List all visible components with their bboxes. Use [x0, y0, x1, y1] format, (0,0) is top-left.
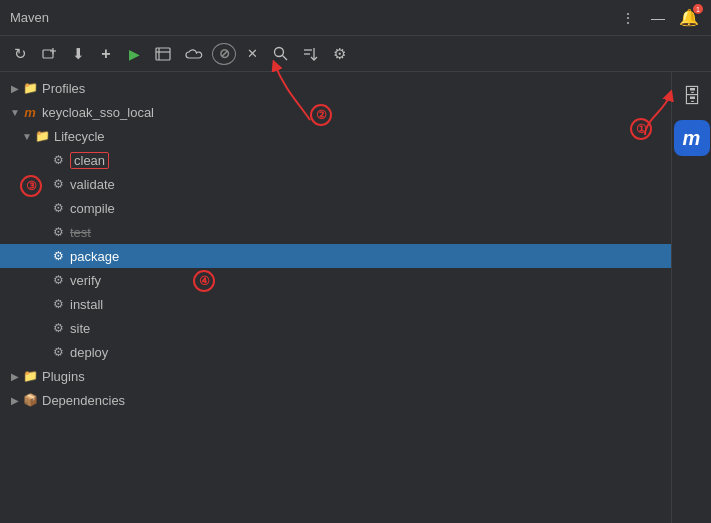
download-button[interactable]: ⬇: [66, 42, 90, 66]
svg-point-6: [275, 48, 284, 57]
folder-icon-profiles: 📁: [22, 80, 38, 96]
maven-badge[interactable]: m: [674, 120, 710, 156]
gear-icon-validate: ⚙: [50, 176, 66, 192]
close-button[interactable]: ✕: [240, 42, 264, 66]
right-sidebar: 🗄 m: [671, 72, 711, 523]
title-bar-left: Maven: [10, 10, 49, 25]
toolbar: ↻ ⬇ + ▶: [0, 36, 711, 72]
svg-rect-3: [156, 48, 170, 60]
label-keycloak: keycloak_sso_local: [42, 105, 154, 120]
tree-item-deploy[interactable]: ⚙ deploy: [0, 340, 671, 364]
settings-button[interactable]: ⚙: [327, 42, 351, 66]
sort-icon: [302, 46, 318, 62]
gear-icon-verify: ⚙: [50, 272, 66, 288]
folder-icon-plugins: 📁: [22, 368, 38, 384]
folder-icon-lifecycle: 📁: [34, 128, 50, 144]
search-icon: [273, 46, 288, 61]
skip-button[interactable]: ⊘: [212, 43, 236, 65]
sort-button[interactable]: [297, 42, 323, 66]
chevron-plugins: ▶: [8, 369, 22, 383]
chevron-dependencies: ▶: [8, 393, 22, 407]
tree-item-verify[interactable]: ⚙ verify: [0, 268, 671, 292]
notifications-button[interactable]: 🔔 1: [677, 6, 701, 29]
tree-item-compile[interactable]: ⚙ compile: [0, 196, 671, 220]
label-site: site: [70, 321, 90, 336]
gear-icon-install: ⚙: [50, 296, 66, 312]
label-install: install: [70, 297, 103, 312]
folder-icon-dependencies: 📦: [22, 392, 38, 408]
label-verify: verify: [70, 273, 101, 288]
more-options-button[interactable]: ⋮: [617, 8, 639, 28]
cloud-icon: [185, 47, 203, 61]
module-icon: [155, 47, 171, 61]
tree-container[interactable]: ▶ 📁 Profiles ▼ m keycloak_sso_local ▼ 📁: [0, 72, 671, 523]
title-bar: Maven ⋮ — 🔔 1: [0, 0, 711, 36]
main-container: ▶ 📁 Profiles ▼ m keycloak_sso_local ▼ 📁: [0, 72, 711, 523]
module-button[interactable]: [150, 42, 176, 66]
notification-badge: 1: [693, 4, 703, 14]
maven-panel: ▶ 📁 Profiles ▼ m keycloak_sso_local ▼ 📁: [0, 72, 671, 523]
label-compile: compile: [70, 201, 115, 216]
chevron-keycloak: ▼: [8, 105, 22, 119]
chevron-profiles: ▶: [8, 81, 22, 95]
gear-icon-clean: ⚙: [50, 152, 66, 168]
maven-badge-label: m: [683, 127, 701, 150]
label-package: package: [70, 249, 119, 264]
gear-icon-package: ⚙: [50, 248, 66, 264]
tree-item-dependencies[interactable]: ▶ 📦 Dependencies: [0, 388, 671, 412]
label-validate: validate: [70, 177, 115, 192]
tree-item-keycloak[interactable]: ▼ m keycloak_sso_local: [0, 100, 671, 124]
search-button[interactable]: [268, 42, 293, 66]
cloud-button[interactable]: [180, 42, 208, 66]
add-project-button[interactable]: [36, 42, 62, 66]
gear-icon-deploy: ⚙: [50, 344, 66, 360]
svg-line-7: [283, 56, 288, 61]
tree-item-install[interactable]: ⚙ install: [0, 292, 671, 316]
label-profiles: Profiles: [42, 81, 85, 96]
chevron-lifecycle: ▼: [20, 129, 34, 143]
tree-item-profiles[interactable]: ▶ 📁 Profiles: [0, 76, 671, 100]
tree-item-clean[interactable]: ⚙ clean: [0, 148, 671, 172]
tree-item-plugins[interactable]: ▶ 📁 Plugins: [0, 364, 671, 388]
gear-icon-site: ⚙: [50, 320, 66, 336]
minimize-button[interactable]: —: [647, 8, 669, 28]
tree-item-test[interactable]: ⚙ test: [0, 220, 671, 244]
label-deploy: deploy: [70, 345, 108, 360]
run-button[interactable]: ▶: [122, 42, 146, 66]
label-plugins: Plugins: [42, 369, 85, 384]
tree-item-lifecycle[interactable]: ▼ 📁 Lifecycle: [0, 124, 671, 148]
add-project-icon: [41, 46, 57, 62]
refresh-button[interactable]: ↻: [8, 42, 32, 66]
label-lifecycle: Lifecycle: [54, 129, 105, 144]
title-bar-controls: ⋮ — 🔔 1: [617, 6, 701, 29]
label-dependencies: Dependencies: [42, 393, 125, 408]
label-clean: clean: [70, 152, 109, 169]
tree-item-site[interactable]: ⚙ site: [0, 316, 671, 340]
add-button[interactable]: +: [94, 42, 118, 66]
database-button[interactable]: 🗄: [676, 80, 708, 112]
app-title: Maven: [10, 10, 49, 25]
maven-icon-keycloak: m: [22, 104, 38, 120]
label-test: test: [70, 225, 91, 240]
gear-icon-test: ⚙: [50, 224, 66, 240]
tree-item-validate[interactable]: ⚙ validate: [0, 172, 671, 196]
tree-item-package[interactable]: ⚙ package: [0, 244, 671, 268]
gear-icon-compile: ⚙: [50, 200, 66, 216]
